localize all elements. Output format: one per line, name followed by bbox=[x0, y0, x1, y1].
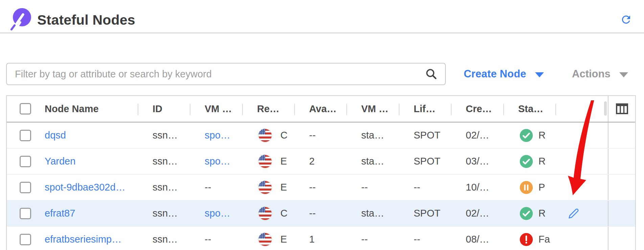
status-label: Fa bbox=[538, 234, 550, 245]
node-id: ssn… bbox=[153, 234, 178, 245]
actions-label: Actions bbox=[572, 68, 611, 80]
vm-name-value: sta… bbox=[361, 156, 384, 167]
vm-name-value: sta… bbox=[361, 208, 384, 219]
created-value: 02/… bbox=[466, 208, 489, 219]
row-checkbox[interactable] bbox=[20, 130, 31, 141]
row-checkbox[interactable] bbox=[20, 182, 31, 193]
status-label: P bbox=[538, 182, 545, 193]
filter-input[interactable] bbox=[6, 63, 446, 85]
select-all-checkbox[interactable] bbox=[20, 103, 31, 115]
table-scrollbar[interactable] bbox=[604, 101, 607, 116]
vm-name-value: sta… bbox=[361, 130, 384, 141]
lifecycle-value: SPOT bbox=[414, 130, 440, 141]
node-name-link[interactable]: efratbseriesimp… bbox=[45, 234, 121, 245]
create-node-label: Create Node bbox=[464, 68, 526, 80]
spot-logo-icon bbox=[10, 7, 32, 32]
us-flag-icon bbox=[258, 233, 272, 246]
region-label: C bbox=[280, 208, 288, 219]
region-label: C bbox=[280, 130, 288, 141]
column-header-created[interactable]: Cre… bbox=[452, 96, 504, 122]
vm-spot-value: -- bbox=[205, 234, 211, 245]
us-flag-icon bbox=[258, 207, 272, 220]
table-header-row: Node Name ID VM … Re… Ava… VM … Lif… Cre… bbox=[7, 96, 635, 123]
columns-icon[interactable] bbox=[616, 103, 628, 114]
vm-name-value: -- bbox=[361, 234, 368, 245]
select-all-cell bbox=[7, 96, 45, 122]
availability-value: -- bbox=[309, 208, 316, 219]
table-row[interactable]: efratbseriesimp… ssn… -- E 1 -- -- 08/… … bbox=[7, 227, 635, 250]
status-label: R bbox=[538, 156, 546, 167]
column-header-actions-spacer bbox=[556, 96, 608, 122]
availability-value: -- bbox=[309, 182, 316, 193]
chevron-down-icon bbox=[619, 72, 628, 77]
row-checkbox[interactable] bbox=[20, 208, 31, 219]
column-header-lifecycle[interactable]: Lif… bbox=[399, 96, 452, 122]
lifecycle-value: SPOT bbox=[414, 156, 440, 167]
us-flag-icon bbox=[258, 181, 272, 194]
node-id: ssn… bbox=[153, 182, 178, 193]
created-value: 08/… bbox=[466, 234, 489, 245]
vm-name-value: -- bbox=[361, 182, 368, 193]
status-label: R bbox=[538, 130, 546, 141]
pencil-icon bbox=[568, 208, 579, 219]
toolbar: Create Node Actions bbox=[6, 63, 638, 85]
lifecycle-value: -- bbox=[414, 182, 420, 193]
refresh-icon bbox=[620, 14, 632, 26]
column-header-vm-name[interactable]: VM … bbox=[347, 96, 399, 122]
node-name-link[interactable]: efrat87 bbox=[45, 208, 75, 219]
app-header: Stateful Nodes bbox=[0, 0, 644, 33]
availability-value: 1 bbox=[309, 234, 315, 245]
created-value: 10/… bbox=[466, 182, 489, 193]
vm-spot-link[interactable]: spo… bbox=[205, 130, 230, 141]
row-checkbox[interactable] bbox=[20, 156, 31, 167]
column-header-availability[interactable]: Ava… bbox=[295, 96, 347, 122]
table-row[interactable]: dqsd ssn… spo… C -- sta… SPOT 02/… R bbox=[7, 123, 635, 149]
table-row[interactable]: spot-9dbae302d… ssn… -- E -- -- -- 10/… … bbox=[7, 175, 635, 201]
availability-value: -- bbox=[309, 130, 316, 141]
create-node-button[interactable]: Create Node bbox=[464, 63, 544, 85]
region-label: E bbox=[280, 234, 287, 245]
node-id: ssn… bbox=[153, 208, 178, 219]
lifecycle-value: -- bbox=[414, 234, 420, 245]
status-label: R bbox=[538, 208, 546, 219]
column-header-id[interactable]: ID bbox=[138, 96, 190, 122]
availability-value: 2 bbox=[309, 156, 315, 167]
vm-spot-link[interactable]: spo… bbox=[205, 208, 230, 219]
error-circle-icon bbox=[519, 232, 533, 247]
created-value: 02/… bbox=[466, 130, 489, 141]
column-header-node-name[interactable]: Node Name bbox=[45, 96, 138, 122]
node-name-link[interactable]: dqsd bbox=[45, 130, 66, 141]
page-title: Stateful Nodes bbox=[37, 12, 135, 28]
node-id: ssn… bbox=[153, 130, 178, 141]
node-id: ssn… bbox=[153, 156, 178, 167]
table-row[interactable]: efrat87 ssn… spo… C -- sta… SPOT 02/… R bbox=[7, 201, 635, 227]
actions-button[interactable]: Actions bbox=[572, 63, 628, 85]
region-label: E bbox=[280, 156, 287, 167]
created-value: 03/… bbox=[466, 156, 489, 167]
refresh-button[interactable] bbox=[620, 14, 632, 26]
node-name-link[interactable]: spot-9dbae302d… bbox=[45, 182, 125, 193]
check-circle-icon bbox=[519, 128, 533, 143]
node-name-link[interactable]: Yarden bbox=[45, 156, 75, 167]
us-flag-icon bbox=[258, 129, 272, 142]
us-flag-icon bbox=[258, 155, 272, 168]
check-circle-icon bbox=[519, 206, 533, 221]
lifecycle-value: SPOT bbox=[414, 208, 440, 219]
row-checkbox[interactable] bbox=[20, 234, 31, 245]
edit-node-button[interactable] bbox=[568, 208, 579, 219]
column-header-status[interactable]: Sta… bbox=[504, 96, 556, 122]
column-header-region[interactable]: Re… bbox=[243, 96, 295, 122]
column-picker-cell bbox=[608, 96, 635, 122]
vm-spot-link[interactable]: spo… bbox=[205, 156, 230, 167]
pause-circle-icon bbox=[519, 180, 533, 195]
region-label: E bbox=[280, 182, 287, 193]
column-header-vm-spot[interactable]: VM … bbox=[190, 96, 243, 122]
stateful-nodes-page: Stateful Nodes Create Node Actions bbox=[0, 0, 644, 250]
stateful-nodes-table: Node Name ID VM … Re… Ava… VM … Lif… Cre… bbox=[6, 95, 636, 250]
vm-spot-value: -- bbox=[205, 182, 211, 193]
check-circle-icon bbox=[519, 154, 533, 169]
chevron-down-icon bbox=[535, 72, 544, 77]
table-row[interactable]: Yarden ssn… spo… E 2 sta… SPOT 03/… R bbox=[7, 149, 635, 175]
